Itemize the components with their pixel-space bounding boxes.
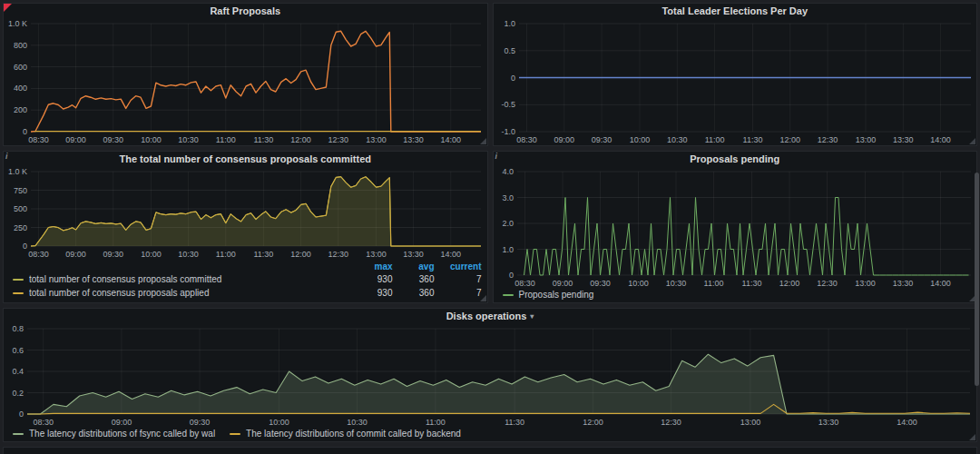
svg-text:10:00: 10:00	[141, 250, 162, 259]
svg-text:600: 600	[14, 63, 27, 72]
svg-text:09:00: 09:00	[65, 250, 86, 259]
panel-title-raft-proposals[interactable]: Raft Proposals	[4, 4, 487, 19]
panel-resize-handle[interactable]	[480, 295, 486, 301]
svg-text:11:30: 11:30	[253, 250, 273, 259]
panel-title-proposals-pending[interactable]: Proposals pending	[494, 152, 977, 167]
svg-text:800: 800	[14, 41, 27, 50]
panel-disks-operations: Disks operations▾ 00.20.40.60.808:3009:0…	[3, 308, 977, 442]
series-label: The latency distributions of fsync calle…	[29, 429, 215, 439]
svg-text:10:30: 10:30	[667, 135, 688, 144]
consensus-committed-chart[interactable]: 02505007501.0 K08:3009:0009:3010:0010:30…	[4, 167, 487, 260]
svg-text:12:00: 12:00	[290, 250, 311, 259]
svg-text:14:00: 14:00	[897, 418, 917, 427]
svg-text:12:30: 12:30	[328, 135, 349, 144]
stat-header-avg[interactable]: avg	[393, 261, 435, 272]
svg-text:13:00: 13:00	[855, 279, 876, 288]
svg-text:14:00: 14:00	[441, 250, 462, 259]
panel-raft-proposals: Raft Proposals 02004006008001.0 K08:3009…	[3, 3, 488, 146]
series-label: Proposals pending	[519, 290, 594, 300]
svg-text:14:00: 14:00	[441, 135, 462, 144]
stat-current: 7	[435, 286, 482, 300]
svg-text:09:30: 09:30	[590, 279, 611, 288]
svg-text:13:30: 13:30	[892, 279, 913, 288]
series-dash-icon	[503, 294, 514, 296]
legend-item-fsync-wal[interactable]: The latency distributions of fsync calle…	[13, 429, 215, 439]
svg-text:14:00: 14:00	[930, 279, 951, 288]
proposals-pending-chart[interactable]: 01.02.03.04.008:3009:0009:3010:0010:3011…	[494, 167, 977, 289]
page-scrollbar[interactable]	[975, 173, 979, 386]
svg-text:-0.5: -0.5	[501, 100, 515, 109]
series-dash-icon	[230, 433, 240, 435]
panel-title-leader-elections[interactable]: Total Leader Elections Per Day	[494, 4, 977, 19]
panel-title-consensus-committed[interactable]: The total number of consensus proposals …	[4, 152, 487, 167]
svg-text:12:30: 12:30	[817, 279, 838, 288]
svg-text:13:30: 13:30	[403, 135, 424, 144]
svg-text:10:30: 10:30	[178, 135, 199, 144]
legend: Proposals pending	[494, 289, 977, 302]
svg-text:14:00: 14:00	[930, 135, 951, 144]
svg-text:11:30: 11:30	[741, 279, 761, 288]
stat-current: 7	[435, 272, 482, 286]
stat-header-current[interactable]: current	[435, 261, 482, 272]
svg-text:13:30: 13:30	[818, 418, 839, 427]
series-dash-icon	[13, 292, 24, 294]
grafana-dashboard: Raft Proposals 02004006008001.0 K08:3009…	[0, 0, 980, 454]
svg-text:12:00: 12:00	[779, 135, 800, 144]
svg-text:13:00: 13:00	[740, 418, 761, 427]
panel-title-disks-operations[interactable]: Disks operations▾	[4, 309, 976, 324]
svg-text:08:30: 08:30	[33, 418, 54, 427]
svg-text:10:00: 10:00	[269, 418, 289, 427]
legend-row-committed: total number of consensus proposals comm…	[13, 272, 482, 286]
series-label-committed[interactable]: total number of consensus proposals comm…	[29, 272, 351, 286]
raft-proposals-chart[interactable]: 02004006008001.0 K08:3009:0009:3010:0010…	[4, 19, 487, 145]
svg-text:13:30: 13:30	[893, 135, 914, 144]
svg-text:750: 750	[14, 186, 27, 195]
svg-text:0: 0	[19, 410, 24, 419]
svg-text:08:30: 08:30	[28, 250, 49, 259]
chart-canvas: -1.0-0.500.51.008:3009:0009:3010:0010:30…	[494, 19, 977, 145]
svg-text:09:30: 09:30	[103, 135, 124, 144]
svg-text:12:30: 12:30	[817, 135, 838, 144]
series-dash-icon	[13, 279, 24, 281]
svg-text:11:00: 11:00	[426, 418, 446, 427]
panel-resize-handle[interactable]	[969, 138, 975, 144]
svg-text:09:30: 09:30	[103, 250, 124, 259]
panel-consensus-committed: i The total number of consensus proposal…	[3, 151, 488, 303]
disks-operations-chart[interactable]: 00.20.40.60.808:3009:0009:3010:0010:3011…	[4, 324, 976, 428]
svg-text:08:30: 08:30	[28, 135, 49, 144]
chart-canvas: 00.20.40.60.808:3009:0009:3010:0010:3011…	[4, 324, 976, 428]
svg-text:09:00: 09:00	[112, 418, 132, 427]
legend-item-commit-backend[interactable]: The latency distributions of commit call…	[230, 429, 461, 439]
series-label-applied[interactable]: total number of consensus proposals appl…	[29, 286, 351, 300]
panel-menu-caret-icon[interactable]: ▾	[530, 312, 534, 321]
svg-text:13:30: 13:30	[403, 250, 424, 259]
svg-text:10:30: 10:30	[347, 418, 368, 427]
svg-text:10:30: 10:30	[665, 279, 686, 288]
svg-text:13:00: 13:00	[366, 250, 387, 259]
svg-text:200: 200	[14, 105, 27, 114]
partial-next-panel	[3, 447, 977, 454]
svg-text:2.0: 2.0	[502, 219, 514, 228]
svg-text:11:30: 11:30	[505, 418, 524, 427]
stat-avg: 360	[393, 286, 435, 300]
legend-stats-header: max avg current	[13, 261, 482, 272]
svg-text:11:30: 11:30	[253, 135, 273, 144]
panel-info-icon: i	[5, 152, 8, 161]
chart-canvas: 02505007501.0 K08:3009:0009:3010:0010:30…	[4, 167, 487, 260]
stat-avg: 360	[393, 272, 435, 286]
svg-text:08:30: 08:30	[516, 135, 537, 144]
svg-text:10:30: 10:30	[178, 250, 199, 259]
panel-resize-handle[interactable]	[969, 434, 975, 440]
stat-header-max[interactable]: max	[351, 261, 393, 272]
panel-leader-elections: Total Leader Elections Per Day -1.0-0.50…	[493, 3, 978, 146]
leader-elections-chart[interactable]: -1.0-0.500.51.008:3009:0009:3010:0010:30…	[494, 19, 977, 145]
panel-resize-handle[interactable]	[480, 138, 486, 144]
svg-text:12:30: 12:30	[661, 418, 681, 427]
svg-text:400: 400	[14, 84, 27, 93]
svg-text:1.0 K: 1.0 K	[8, 167, 27, 176]
legend-item-proposals-pending[interactable]: Proposals pending	[503, 290, 594, 300]
svg-text:250: 250	[14, 223, 27, 232]
svg-text:08:30: 08:30	[514, 279, 535, 288]
svg-text:11:30: 11:30	[742, 135, 762, 144]
svg-text:11:00: 11:00	[216, 135, 236, 144]
